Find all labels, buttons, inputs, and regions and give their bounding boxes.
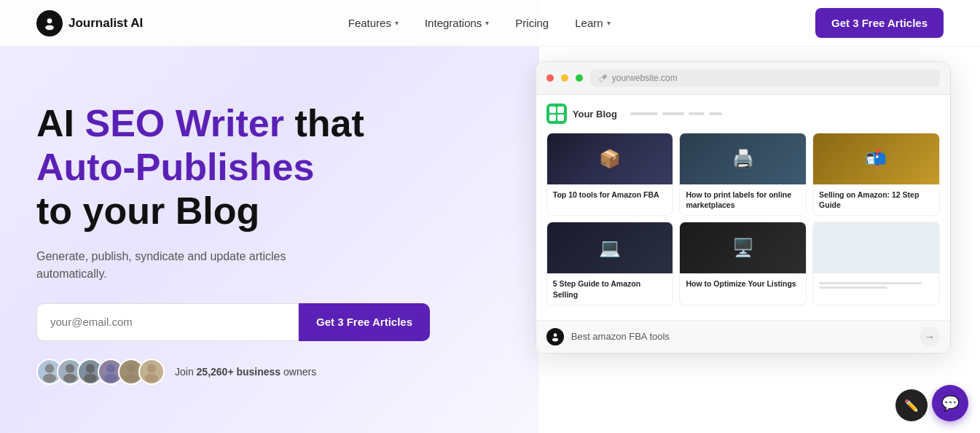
svg-point-1: [45, 25, 54, 30]
hero-subheadline: Generate, publish, syndicate and update …: [36, 248, 357, 283]
avatar-group: [36, 359, 165, 385]
email-cta-button[interactable]: Get 3 Free Articles: [299, 303, 430, 341]
nav-cta-button[interactable]: Get 3 Free Articles: [815, 8, 944, 38]
article-title: How to print labels for online marketpla…: [686, 190, 800, 210]
article-thumbnail-placeholder: [813, 222, 939, 273]
svg-point-12: [147, 364, 156, 372]
nav-pricing[interactable]: Pricing: [515, 17, 549, 29]
svg-point-6: [86, 364, 95, 372]
article-thumbnail: [680, 133, 806, 184]
browser-page: Your Blog Top 10 tools for Amazon F: [536, 95, 950, 320]
svg-point-11: [125, 373, 138, 382]
svg-point-13: [145, 373, 158, 382]
svg-point-2: [45, 364, 54, 372]
nav-integrations[interactable]: Integrations ▾: [425, 17, 489, 29]
svg-point-5: [63, 373, 77, 382]
article-card[interactable]: Selling on Amazon: 12 Step Guide: [812, 133, 940, 216]
blog-header: Your Blog: [546, 104, 940, 124]
svg-point-7: [84, 373, 97, 382]
brand-name: Journalist AI: [68, 16, 143, 31]
social-proof: Join 25,260+ business owners: [36, 359, 506, 385]
svg-point-15: [552, 338, 558, 341]
window-close-dot: [546, 74, 554, 82]
logo-icon: [36, 10, 63, 36]
article-body: 5 Step Guide to Amazon Selling: [547, 273, 673, 304]
bot-logo-icon: [546, 328, 564, 346]
bot-query-text: Best amazon FBA tools: [571, 331, 912, 342]
article-body: Selling on Amazon: 12 Step Guide: [813, 184, 939, 215]
social-proof-text: Join 25,260+ business owners: [175, 366, 316, 378]
chevron-down-icon: ▾: [485, 19, 489, 27]
blog-logo: [546, 104, 567, 124]
article-loading-lines: [819, 282, 933, 289]
article-thumbnail: [547, 222, 673, 273]
svg-point-10: [127, 364, 136, 372]
link-icon: [599, 74, 608, 82]
nav-links: Features ▾ Integrations ▾ Pricing Learn …: [348, 17, 611, 29]
nav-decorative-lines: [630, 112, 722, 115]
logo-area: Journalist AI: [36, 10, 143, 36]
article-body: How to print labels for online marketpla…: [680, 184, 806, 215]
nav-features[interactable]: Features ▾: [348, 17, 399, 29]
svg-point-4: [66, 364, 74, 372]
articles-grid: Top 10 tools for Amazon FBA How to print…: [546, 133, 940, 305]
avatar: [138, 359, 165, 385]
svg-point-8: [106, 364, 115, 372]
chevron-down-icon: ▾: [395, 19, 399, 27]
article-card[interactable]: How to print labels for online marketpla…: [679, 133, 807, 216]
article-card-placeholder: [812, 222, 940, 305]
svg-point-0: [47, 18, 52, 23]
main-content: AI SEO Writer that Auto-Publishes to you…: [0, 47, 980, 433]
svg-point-9: [104, 373, 117, 382]
window-maximize-dot: [576, 74, 583, 82]
svg-point-3: [43, 373, 56, 382]
browser-toolbar: yourwebsite.com: [536, 62, 950, 95]
article-thumbnail: [680, 222, 806, 273]
article-thumbnail: [547, 133, 673, 184]
article-title: 5 Step Guide to Amazon Selling: [553, 278, 667, 299]
article-body: Top 10 tools for Amazon FBA: [547, 184, 673, 205]
article-title: How to Optimize Your Listings: [686, 278, 800, 289]
email-input[interactable]: [36, 303, 299, 341]
bot-send-button[interactable]: →: [920, 327, 940, 347]
chevron-down-icon: ▾: [607, 19, 611, 27]
article-title: Selling on Amazon: 12 Step Guide: [819, 190, 933, 210]
chatbot-bar: Best amazon FBA tools →: [536, 320, 950, 353]
nav-learn[interactable]: Learn ▾: [575, 17, 610, 29]
blog-title: Your Blog: [573, 109, 617, 120]
email-signup-row: Get 3 Free Articles: [36, 303, 430, 341]
article-title: Top 10 tools for Amazon FBA: [553, 190, 667, 200]
article-card[interactable]: How to Optimize Your Listings: [679, 222, 807, 305]
browser-mockup: yourwebsite.com Your Blog: [536, 61, 951, 354]
hero-left: AI SEO Writer that Auto-Publishes to you…: [36, 47, 536, 433]
article-body: How to Optimize Your Listings: [680, 273, 806, 294]
article-card[interactable]: Top 10 tools for Amazon FBA: [546, 133, 674, 216]
article-thumbnail: [813, 133, 939, 184]
url-bar[interactable]: yourwebsite.com: [590, 69, 940, 87]
article-card[interactable]: 5 Step Guide to Amazon Selling: [546, 222, 674, 305]
svg-point-14: [553, 333, 557, 337]
hero-headline: AI SEO Writer that Auto-Publishes to you…: [36, 102, 506, 233]
article-body: [813, 273, 939, 296]
hero-right: yourwebsite.com Your Blog: [536, 47, 951, 433]
navbar: Journalist AI Features ▾ Integrations ▾ …: [0, 0, 980, 47]
window-minimize-dot: [561, 74, 568, 82]
chat-bubble-button[interactable]: 💬: [932, 385, 968, 421]
edit-icon-button[interactable]: ✏️: [895, 389, 928, 421]
